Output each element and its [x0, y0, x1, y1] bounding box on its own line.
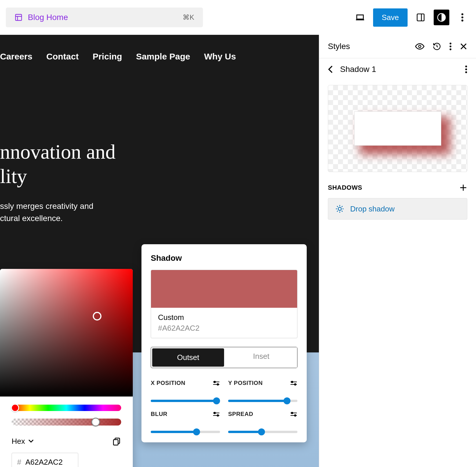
svg-point-15	[295, 414, 296, 416]
save-button[interactable]: Save	[373, 8, 408, 27]
spread-control: SPREAD	[228, 411, 297, 433]
breadcrumb-label: Shadow 1	[340, 65, 376, 74]
svg-point-19	[450, 48, 451, 50]
inset-toggle[interactable]: Inset	[225, 347, 297, 368]
more-icon[interactable]	[449, 42, 452, 51]
hue-handle[interactable]	[11, 404, 19, 412]
close-icon[interactable]	[460, 43, 467, 50]
svg-point-14	[291, 412, 293, 413]
template-icon	[14, 13, 23, 21]
saturation-handle[interactable]	[93, 312, 101, 321]
x-slider[interactable]	[151, 400, 220, 402]
device-preview-icon[interactable]	[352, 10, 368, 25]
y-position-control: Y POSITION	[228, 380, 297, 402]
shadow-type-toggle: Outset Inset	[151, 347, 297, 368]
svg-point-8	[214, 381, 215, 382]
hue-slider[interactable]	[12, 405, 121, 411]
shadow-preview-box	[354, 111, 441, 146]
shadow-color-hex: #A62A2AC2	[158, 324, 290, 333]
more-icon[interactable]	[465, 65, 467, 74]
svg-point-21	[465, 68, 467, 70]
chevron-down-icon	[28, 439, 34, 443]
svg-point-9	[217, 383, 219, 385]
editor-canvas[interactable]: Careers Contact Pricing Sample Page Why …	[0, 35, 319, 467]
alpha-slider[interactable]	[12, 419, 121, 426]
slider-thumb[interactable]	[213, 397, 220, 404]
slider-thumb[interactable]	[284, 397, 290, 404]
nav-item[interactable]: Contact	[46, 52, 79, 61]
x-position-control: X POSITION	[151, 380, 220, 402]
add-shadow-icon[interactable]	[459, 184, 467, 192]
document-pill[interactable]: Blog Home ⌘K	[6, 8, 203, 27]
svg-point-20	[465, 66, 467, 67]
svg-point-10	[291, 381, 293, 382]
hex-input[interactable]: # A62A2AC2	[12, 453, 78, 467]
shadow-color-swatch[interactable]	[151, 270, 297, 308]
shadows-heading: SHADOWS	[328, 184, 362, 191]
y-slider[interactable]	[228, 400, 297, 402]
svg-point-18	[450, 46, 451, 47]
svg-point-22	[465, 71, 467, 73]
nav-item[interactable]: Pricing	[92, 52, 122, 61]
svg-point-3	[462, 13, 464, 15]
shadow-preview	[328, 85, 467, 172]
back-icon[interactable]	[328, 65, 333, 73]
hash-prefix: #	[17, 458, 21, 467]
nav-item[interactable]: Sample Page	[136, 52, 190, 61]
format-select[interactable]: Hex	[12, 437, 34, 446]
slider-thumb[interactable]	[258, 428, 265, 435]
svg-point-23	[338, 207, 341, 211]
site-nav: Careers Contact Pricing Sample Page Why …	[0, 35, 319, 61]
top-toolbar: Blog Home ⌘K Save	[0, 0, 476, 35]
spread-slider[interactable]	[228, 431, 297, 433]
blur-slider[interactable]	[151, 431, 220, 433]
nav-item[interactable]: Why Us	[204, 52, 236, 61]
svg-rect-7	[113, 440, 118, 445]
hero-title[interactable]: nnovation andlity	[0, 140, 319, 189]
revisions-icon[interactable]	[433, 42, 441, 51]
alpha-handle[interactable]	[91, 418, 100, 426]
settings-icon[interactable]	[212, 380, 220, 386]
hero-subtitle[interactable]: ssly merges creativity andctural excelle…	[0, 200, 319, 225]
svg-point-13	[217, 414, 219, 416]
svg-point-4	[462, 17, 464, 19]
svg-point-17	[450, 43, 451, 44]
sidebar-toggle-icon[interactable]	[413, 10, 428, 25]
svg-rect-0	[16, 15, 22, 21]
saturation-area[interactable]	[0, 269, 133, 397]
svg-point-5	[462, 19, 464, 21]
copy-icon[interactable]	[112, 437, 121, 446]
shadow-popover-title: Shadow	[151, 254, 297, 263]
more-menu-icon[interactable]	[455, 10, 470, 25]
outset-toggle[interactable]: Outset	[152, 348, 224, 367]
settings-icon[interactable]	[290, 411, 297, 417]
styles-sidebar: Styles Shadow 1 SHADOWS Drop shadow	[319, 35, 476, 467]
styles-toggle-icon[interactable]	[434, 10, 449, 25]
sun-icon	[335, 204, 344, 213]
svg-rect-1	[417, 14, 424, 21]
shadow-color-name: Custom	[158, 313, 290, 322]
nav-item[interactable]: Careers	[0, 52, 32, 61]
svg-point-11	[295, 383, 296, 385]
shadow-popover: Shadow Custom #A62A2AC2 Outset Inset X P…	[141, 244, 307, 442]
shortcut-hint: ⌘K	[183, 13, 194, 21]
blur-control: BLUR	[151, 411, 220, 433]
shadow-list-item[interactable]: Drop shadow	[328, 198, 467, 220]
settings-icon[interactable]	[290, 380, 297, 386]
document-title: Blog Home	[28, 13, 68, 22]
slider-thumb[interactable]	[193, 428, 200, 435]
eye-icon[interactable]	[415, 43, 424, 50]
color-picker-popover: Hex # A62A2AC2	[0, 269, 133, 467]
settings-icon[interactable]	[212, 411, 220, 417]
shadow-item-label: Drop shadow	[350, 204, 395, 213]
sidebar-title: Styles	[328, 42, 350, 51]
svg-point-12	[214, 412, 215, 413]
svg-point-16	[419, 45, 421, 48]
